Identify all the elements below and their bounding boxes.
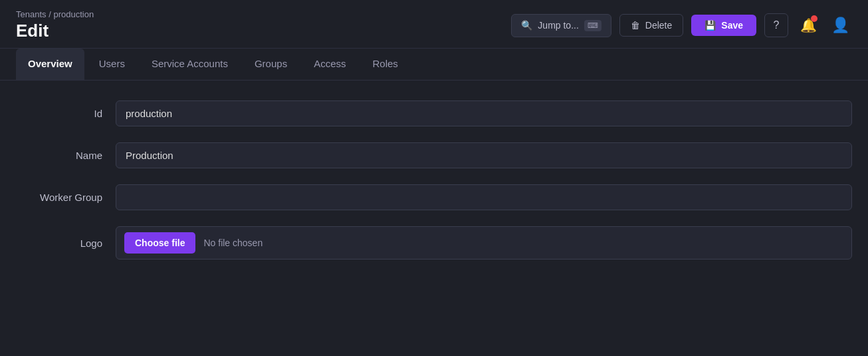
tab-roles[interactable]: Roles: [361, 49, 410, 80]
tab-service-accounts[interactable]: Service Accounts: [140, 49, 240, 80]
worker-group-label: Worker Group: [16, 192, 102, 203]
header-left: Tenants / production Edit: [16, 9, 94, 41]
jump-to-label: Jump to...: [538, 20, 578, 31]
worker-group-input[interactable]: [116, 184, 852, 210]
header-right: 🔍 Jump to... ⌨ 🗑 Delete 💾 Save ? 🔔 👤: [511, 13, 852, 37]
save-label: Save: [721, 20, 743, 31]
logo-row: Logo Choose file No file chosen: [16, 226, 852, 260]
save-icon: 💾: [705, 20, 716, 31]
notification-badge: [811, 15, 817, 22]
save-button[interactable]: 💾 Save: [691, 15, 756, 36]
id-input[interactable]: [116, 100, 852, 126]
name-input[interactable]: [116, 142, 852, 168]
user-icon: 👤: [831, 17, 849, 34]
choose-file-button[interactable]: Choose file: [124, 232, 195, 254]
name-label: Name: [16, 150, 102, 161]
file-name-text: No file chosen: [203, 238, 263, 248]
tab-access[interactable]: Access: [302, 49, 358, 80]
logo-label: Logo: [16, 238, 102, 249]
search-icon: 🔍: [521, 20, 532, 31]
delete-label: Delete: [645, 20, 672, 31]
top-header: Tenants / production Edit 🔍 Jump to... ⌨…: [0, 0, 868, 49]
form-area: Id Name Worker Group Logo Choose file No…: [0, 81, 868, 279]
keyboard-shortcut-icon: ⌨: [584, 20, 601, 31]
logo-file-wrapper: Choose file No file chosen: [116, 226, 852, 260]
delete-icon: 🗑: [631, 20, 640, 31]
user-avatar-button[interactable]: 👤: [828, 13, 852, 37]
id-row: Id: [16, 100, 852, 126]
tab-overview[interactable]: Overview: [16, 49, 84, 80]
notifications-button[interactable]: 🔔: [796, 13, 820, 37]
delete-button[interactable]: 🗑 Delete: [619, 14, 683, 37]
jump-to-button[interactable]: 🔍 Jump to... ⌨: [511, 14, 611, 37]
tab-groups[interactable]: Groups: [243, 49, 299, 80]
tabs-bar: Overview Users Service Accounts Groups A…: [0, 49, 868, 81]
worker-group-row: Worker Group: [16, 184, 852, 210]
breadcrumb: Tenants / production: [16, 9, 94, 19]
page-title: Edit: [16, 21, 94, 41]
help-button[interactable]: ?: [764, 13, 788, 37]
breadcrumb-current: production: [53, 9, 94, 19]
breadcrumb-parent: Tenants: [16, 9, 47, 19]
id-label: Id: [16, 108, 102, 119]
tab-users[interactable]: Users: [87, 49, 137, 80]
question-icon: ?: [774, 19, 780, 31]
name-row: Name: [16, 142, 852, 168]
